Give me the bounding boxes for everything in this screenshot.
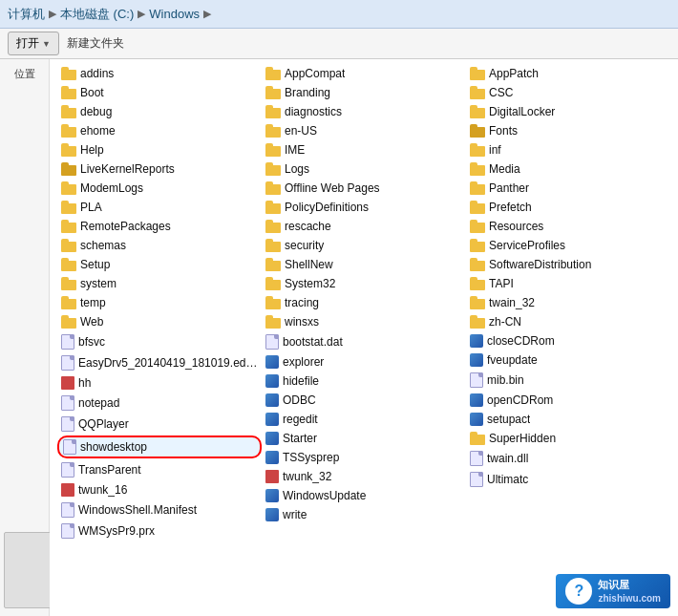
breadcrumb-computer[interactable]: 计算机 xyxy=(8,6,45,23)
list-item[interactable]: bfsvc xyxy=(57,332,262,351)
list-item[interactable]: CSC xyxy=(466,84,670,101)
list-item[interactable]: Offline Web Pages xyxy=(262,180,466,197)
list-item[interactable]: Boot xyxy=(57,84,262,101)
list-item[interactable]: regedit xyxy=(262,411,466,428)
list-item[interactable]: WMSysPr9.prx xyxy=(57,521,262,541)
list-item[interactable]: mib.bin xyxy=(466,371,670,390)
list-item[interactable]: bootstat.dat xyxy=(262,332,466,351)
list-item[interactable]: Web xyxy=(57,313,262,330)
folder-icon xyxy=(61,201,76,214)
item-name: Fonts xyxy=(489,124,518,138)
watermark-name: 知识屋 xyxy=(598,578,661,591)
item-name: write xyxy=(283,508,307,521)
item-name: security xyxy=(285,239,324,252)
breadcrumb-drive[interactable]: 本地磁盘 (C:) xyxy=(60,6,134,23)
list-item[interactable]: TransParent xyxy=(57,460,262,479)
item-name: PLA xyxy=(80,201,102,214)
folder-icon xyxy=(265,124,281,138)
item-name: SoftwareDistribution xyxy=(489,258,591,271)
item-name: inf xyxy=(489,143,501,157)
list-item[interactable]: system xyxy=(57,275,262,292)
list-item[interactable]: DigitalLocker xyxy=(466,103,670,120)
list-item[interactable]: tracing xyxy=(262,294,466,311)
list-item[interactable]: WindowsUpdate xyxy=(262,487,466,504)
list-item[interactable]: EasyDrv5_20140419_181019.ed5l... xyxy=(57,353,262,372)
list-item[interactable]: Logs xyxy=(262,160,466,178)
list-item[interactable]: openCDRom xyxy=(466,392,670,409)
list-item[interactable]: setupact xyxy=(466,411,670,428)
list-item[interactable]: RemotePackages xyxy=(57,218,262,235)
list-item[interactable]: closeCDRom xyxy=(466,332,670,350)
list-item[interactable]: Panther xyxy=(466,180,670,197)
item-name: mib.bin xyxy=(487,373,524,387)
list-item[interactable]: hidefile xyxy=(262,372,466,390)
folder-icon xyxy=(265,86,281,99)
item-name: debug xyxy=(80,105,112,118)
list-item[interactable]: inf xyxy=(466,141,670,159)
list-item[interactable]: AppCompat xyxy=(262,65,466,82)
list-item[interactable]: Branding xyxy=(262,84,466,101)
list-item[interactable]: Starter xyxy=(262,430,466,447)
file-icon xyxy=(470,451,483,466)
list-item[interactable]: SuperHidden xyxy=(466,430,670,447)
list-item[interactable]: Setup xyxy=(57,256,262,273)
list-item[interactable]: Help xyxy=(57,141,262,159)
file-icon xyxy=(61,395,74,411)
list-item[interactable]: Fonts xyxy=(466,122,670,139)
list-item[interactable]: ehome xyxy=(57,122,262,139)
list-item[interactable]: debug xyxy=(57,103,262,120)
list-item[interactable]: diagnostics xyxy=(262,103,466,120)
item-name: IME xyxy=(285,143,305,157)
list-item[interactable]: winsxs xyxy=(262,313,466,330)
list-item[interactable]: ODBC xyxy=(262,392,466,409)
list-item[interactable]: en-US xyxy=(262,122,466,139)
list-item[interactable]: ModemLogs xyxy=(57,180,262,197)
list-item[interactable]: IME xyxy=(262,141,466,159)
list-item[interactable]: PLA xyxy=(57,199,262,216)
item-name: ehome xyxy=(80,124,116,138)
list-item[interactable]: twain_32 xyxy=(466,294,670,311)
list-item[interactable]: TAPI xyxy=(466,275,670,292)
folder-icon xyxy=(265,258,281,271)
list-item[interactable]: PolicyDefinitions xyxy=(262,199,466,216)
sidebar-scroll[interactable] xyxy=(4,532,53,608)
list-item[interactable]: AppPatch xyxy=(466,65,670,82)
item-name: schemas xyxy=(80,239,126,252)
list-item[interactable]: Ultimatc xyxy=(466,470,670,489)
list-item[interactable]: notepad xyxy=(57,393,262,413)
list-item[interactable]: LiveKernelReports xyxy=(57,160,262,178)
list-item[interactable]: twain.dll xyxy=(466,449,670,468)
list-item[interactable]: zh-CN xyxy=(466,313,670,330)
list-item[interactable]: rescache xyxy=(262,218,466,235)
list-item[interactable]: fveupdate xyxy=(466,351,670,369)
list-item[interactable]: hh xyxy=(57,374,262,392)
list-item[interactable]: Resources xyxy=(466,218,670,235)
item-name: twain_32 xyxy=(489,296,535,309)
list-item[interactable]: TSSysprep xyxy=(262,449,466,466)
list-item[interactable]: write xyxy=(262,506,466,523)
list-item[interactable]: System32 xyxy=(262,275,466,292)
breadcrumb-windows[interactable]: Windows xyxy=(149,7,200,21)
list-item[interactable]: addins xyxy=(57,65,262,82)
list-item[interactable]: ServiceProfiles xyxy=(466,237,670,254)
list-item[interactable]: WindowsShell.Manifest xyxy=(57,500,262,520)
list-item[interactable]: QQPlayer xyxy=(57,414,262,434)
list-item[interactable]: security xyxy=(262,237,466,254)
toolbar-new-folder[interactable]: 新建文件夹 xyxy=(67,35,124,52)
exe-icon xyxy=(265,489,279,502)
item-name: tracing xyxy=(285,296,319,309)
list-item[interactable]: Media xyxy=(466,160,670,178)
list-item[interactable]: ShellNew xyxy=(262,256,466,273)
open-button[interactable]: 打开 ▼ xyxy=(8,32,59,55)
list-item[interactable]: twunk_32 xyxy=(262,468,466,485)
folder-icon xyxy=(470,143,485,157)
folder-icon xyxy=(470,277,485,290)
list-item[interactable]: schemas xyxy=(57,237,262,254)
list-item[interactable]: SoftwareDistribution xyxy=(466,256,670,273)
item-name: Starter xyxy=(283,432,317,445)
list-item[interactable]: showdesktop xyxy=(57,435,262,458)
list-item[interactable]: explorer xyxy=(262,353,466,371)
list-item[interactable]: temp xyxy=(57,294,262,311)
list-item[interactable]: twunk_16 xyxy=(57,481,262,499)
list-item[interactable]: Prefetch xyxy=(466,199,670,216)
